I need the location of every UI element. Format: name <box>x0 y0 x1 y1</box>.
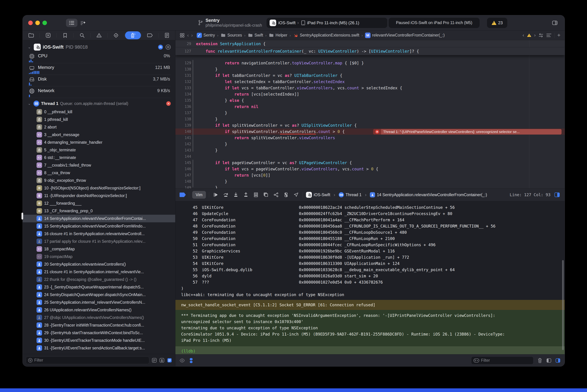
stack-frame-25[interactable]: 25 SentryApplication.internal_relevantVi… <box>23 298 175 306</box>
step-over-button[interactable] <box>222 191 229 198</box>
code-line-142[interactable]: 142 } <box>176 141 565 147</box>
profile-gauge-icon[interactable] <box>158 44 163 50</box>
code-line-29[interactable]: 29extension SentryApplication { <box>176 40 565 48</box>
show-only-crashed-icon[interactable] <box>159 358 164 363</box>
stack-frame-3[interactable]: 3 __abort_message <box>23 131 175 138</box>
tab-changes-navigator[interactable] <box>40 31 56 39</box>
code-line-132[interactable]: 132 let selectedIndex = tabBarController… <box>176 78 565 85</box>
stack-frame-17[interactable]: 17 partial apply for closure #1 in Sentr… <box>23 238 175 245</box>
breadcrumb-symbol[interactable]: relevantViewControllerFromContainer(_:) <box>372 33 445 38</box>
toggle-inspector-button[interactable] <box>549 19 560 27</box>
clear-console-trash-icon[interactable] <box>537 358 542 363</box>
debug-crumb-frame[interactable]: 14 SentryApplication.relevantViewControl… <box>377 192 487 197</box>
stack-frame-30[interactable]: 30 -[SentryUIEventTrackerTransactionMode… <box>23 336 175 344</box>
breadcrumb-file[interactable]: SentryApplicationExtensions.swift <box>300 33 359 38</box>
stack-frame-15[interactable]: 15 SentryApplication.relevantViewControl… <box>23 222 175 230</box>
tab-project-navigator[interactable] <box>23 31 39 39</box>
variables-view-eye-icon[interactable] <box>180 358 185 363</box>
code-line-127[interactable]: 127 func relevantViewControllerFromConta… <box>176 48 565 55</box>
back-button[interactable]: ‹ <box>187 32 189 38</box>
stack-frame-6[interactable]: 6 std::__terminate <box>23 154 175 161</box>
continue-button[interactable] <box>212 191 219 198</box>
code-line-141[interactable]: 141 return splitViewController.viewContr… <box>176 135 565 141</box>
code-line-135[interactable]: 135 } else { <box>176 97 565 104</box>
code-line-147[interactable]: 147 return [vcs[0]] <box>176 172 565 178</box>
tab-issues-navigator[interactable] <box>91 31 107 39</box>
split-console-right-icon[interactable] <box>555 358 560 363</box>
stack-frame-5[interactable]: 5 _objc_terminate <box>23 146 175 154</box>
zoom-window-button[interactable] <box>42 20 47 25</box>
flatten-list-icon[interactable] <box>152 358 157 363</box>
environment-overrides-button[interactable] <box>282 191 290 198</box>
tab-tests-navigator[interactable] <box>108 31 124 39</box>
debug-console[interactable]: 45UIKitCore0x000000018622ac24 schedulerS… <box>176 201 565 354</box>
code-line-131[interactable]: 131 if let tabBarController = vc as? UIT… <box>176 72 565 78</box>
step-into-button[interactable] <box>232 191 239 198</box>
breadcrumb-project[interactable]: Sentry <box>204 33 215 38</box>
console-pane-picker-icon[interactable] <box>188 358 194 363</box>
stack-frame-29[interactable]: 29 -[SentryHub startTransactionWithConte… <box>23 329 175 336</box>
stack-frame-18[interactable]: 18 _compactMap <box>23 245 175 253</box>
disclosure-chevron-icon[interactable]: ⌄ <box>28 45 32 49</box>
stack-frame-19[interactable]: 19 compactMap <box>23 253 175 260</box>
code-line-144[interactable]: 144 <box>176 154 565 160</box>
code-line-134[interactable]: 134 return [vcs[selectedIndex]] <box>176 91 565 97</box>
split-console-left-icon[interactable] <box>546 358 552 363</box>
stack-frame-8[interactable]: 8 __cxa_throw <box>23 169 175 176</box>
memory-graph-button[interactable] <box>262 191 270 198</box>
debug-crumb-scheme[interactable]: iOS-Swift <box>314 192 330 197</box>
view-mode-icon[interactable] <box>167 358 172 363</box>
stack-frame-31[interactable]: 31 -[SentryUIEventTracker sendActionCall… <box>23 344 175 352</box>
stack-frame-16[interactable]: 16 closure #1 in SentryApplication.relev… <box>23 230 175 238</box>
stack-frame-4[interactable]: 4 demangling_terminate_handler <box>23 138 175 146</box>
code-line-129[interactable]: 129 return navigationController.topViewC… <box>176 60 565 66</box>
forward-button[interactable]: › <box>191 32 193 38</box>
minimize-window-button[interactable] <box>35 20 40 25</box>
code-line-148[interactable]: 148 } <box>176 178 565 184</box>
console-scrollbar[interactable] <box>562 260 564 350</box>
thread-view-icon[interactable] <box>166 44 171 50</box>
disclosure-chevron-icon[interactable]: ⌄ <box>28 102 32 106</box>
tab-breakpoints-navigator[interactable] <box>142 31 158 39</box>
swap-editor-icon[interactable] <box>538 33 544 38</box>
project-status[interactable]: Sentry philprime/uiprintpanel-sdk-crash <box>198 18 262 28</box>
scheme-selector[interactable]: iOS-Swift › iPad Pro 11-inch (M5) (26.1) <box>266 18 388 28</box>
stack-frame-1[interactable]: 1 pthread_kill <box>23 116 175 123</box>
stack-frame-26[interactable]: 26 UIApplication.relevantViewControllers… <box>23 306 175 314</box>
stack-frame-27[interactable]: 27 @objc UIApplication.relevantViewContr… <box>23 314 175 321</box>
tab-find-navigator[interactable] <box>74 31 90 39</box>
step-out-button[interactable] <box>242 191 249 198</box>
breadcrumb-sources[interactable]: Sources <box>227 33 242 38</box>
stack-frame-9[interactable]: 9 objc_exception_throw <box>23 176 175 184</box>
code-line-133[interactable]: 133 if let vcs = tabBarController.viewCo… <box>176 85 565 91</box>
debug-crumb-thread[interactable]: Thread 1 <box>346 192 362 197</box>
next-issue-button[interactable]: › <box>534 32 536 38</box>
code-line-138[interactable]: 138 } <box>176 116 565 122</box>
gauge-network[interactable]: Network 9 KB/s <box>28 86 171 98</box>
writing-tools-button[interactable] <box>78 19 89 27</box>
console-toggle-icon[interactable] <box>554 191 560 198</box>
code-line-136[interactable]: 136 return nil <box>176 104 565 110</box>
runtime-error-annotation[interactable]: Thread 1: "-[UIPrintPanelViewController … <box>373 129 562 134</box>
stack-frame-12[interactable]: 12 ___forwarding___ <box>23 200 175 207</box>
close-window-button[interactable] <box>28 20 33 25</box>
lldb-prompt[interactable]: (lldb) <box>176 346 565 354</box>
stack-frame-2[interactable]: 2 abort <box>23 123 175 131</box>
process-header[interactable]: ⌄ iOS-Swift PID 98018 <box>23 42 175 52</box>
tab-bookmarks-navigator[interactable] <box>57 31 73 39</box>
stack-frame-11[interactable]: 11 -[UIResponder doesNotRecognizeSelecto… <box>23 192 175 200</box>
code-line-139[interactable]: 139 if let splitViewController = vc as? … <box>176 122 565 128</box>
stack-frame-24[interactable]: 24 SentryDispatchQueueWrapper.dispatchSy… <box>23 291 175 298</box>
code-line-146[interactable]: 146 if let vcs = pageViewController.view… <box>176 166 565 172</box>
window-edge-handle[interactable] <box>22 212 23 220</box>
gauge-disk[interactable]: Disk 3,7 MB/s <box>28 75 171 86</box>
source-editor[interactable]: 29extension SentryApplication {127 func … <box>176 40 565 188</box>
gauge-memory[interactable]: Memory 121 MB <box>28 63 171 75</box>
thread-row[interactable]: ⌄ Thread 1 Queue: com.apple.main-thread … <box>23 99 175 108</box>
stack-frame-13[interactable]: 13 _CF_forwarding_prep_0 <box>23 207 175 215</box>
stack-frame-14[interactable]: 14 SentryApplication.relevantViewControl… <box>23 215 175 222</box>
simulate-location-button[interactable] <box>293 191 300 198</box>
breakpoints-toggle-icon[interactable] <box>180 192 186 197</box>
stack-frame-23[interactable]: 23 -[_SentryDispatchQueueWrapperInternal… <box>23 283 175 291</box>
tab-reports-navigator[interactable] <box>159 31 175 39</box>
